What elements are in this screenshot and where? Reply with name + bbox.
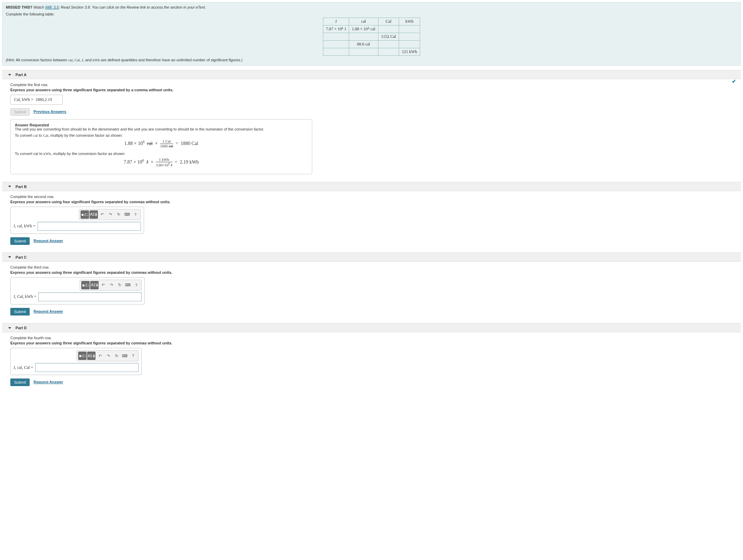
eq1-exp: 6 [143,140,144,144]
fb3b: kWh [43,152,51,156]
part-b-input-wrap: ■√□ ΑΣϕ ↶ ↷ ↻ ⌨ ? J, cal, kWh = [10,207,144,234]
equation-toolbar: ■√□ ΑΣϕ ↶ ↷ ↻ ⌨ ? [79,209,141,220]
part-b-instr: Complete the second row. [10,195,741,199]
hint-body-1: All conversion factors between [15,58,68,62]
part-b-boldinstr: Express your answers using four signific… [10,200,741,204]
reset-icon[interactable]: ↻ [113,352,120,360]
part-b-title: Part B [16,185,27,189]
fb3a: To convert cal to [15,152,43,156]
reset-icon[interactable]: ↻ [115,211,123,218]
greek-icon[interactable]: ΑΣϕ [90,210,98,219]
part-d-label: J, cal, Cal = [13,365,33,370]
templates-icon[interactable]: ■√□ [78,352,86,360]
help-icon[interactable]: ? [129,352,137,360]
fb3c: , multiply by the conversion factor as s… [51,152,125,156]
eq1-mid: × [155,141,158,146]
cell: 1152 Cal [378,33,399,41]
hint-body-2: are defined quantities and therefore hav… [100,58,242,62]
eq2-lhs: 7.87 × 10 [124,159,142,165]
feedback-line2: To convert cal to Cal, multiply by the c… [15,133,308,137]
part-d-input-wrap: ■√□ ΑΣϕ ↶ ↷ ↻ ⌨ ? J, cal, Cal = [10,348,142,375]
part-b-input[interactable] [38,222,141,231]
hint-units: cal, Cal, J, [68,58,84,62]
part-b-body: Complete the second row. Express your an… [0,191,743,248]
previous-answers-link[interactable]: Previous Answers [33,110,66,114]
missed-this-line: MISSED THIS? Watch IWE 3.5; Read Section… [6,5,737,9]
eq1-eq: = [175,141,178,146]
templates-icon[interactable]: ■√□ [81,281,90,289]
cell: 121 kWh [399,48,420,56]
part-a-boldinstr: Express your answers using three signifi… [10,88,741,92]
eq1-lhs: 1.88 × 10 [124,141,143,146]
complete-table-label: Complete the following table: [6,12,737,16]
part-a-instr: Complete the first row. [10,83,741,87]
caret-down-icon [8,327,11,329]
part-a-submit-button: Submit [10,108,30,116]
eq2-denexp: 6 [169,162,170,165]
undo-icon[interactable]: ↶ [99,211,106,218]
th-j: J [323,18,349,25]
part-d-header[interactable]: Part D [2,323,741,332]
th-cal: cal [349,18,378,25]
caret-down-icon [8,74,11,76]
greek-icon[interactable]: ΑΣϕ [87,352,95,360]
part-d-submit-button[interactable]: Submit [10,378,30,386]
part-b-request-answer-link[interactable]: Request Answer [33,239,63,243]
redo-icon[interactable]: ↷ [108,281,115,289]
part-b-submit-button[interactable]: Submit [10,237,30,245]
redo-icon[interactable]: ↷ [107,211,114,218]
missed-after: ; Read Section 3.8. You can click on the… [59,5,206,9]
check-icon: ✔ [732,79,736,84]
keyboard-icon[interactable]: ⌨ [124,281,132,289]
eq1-rhs: 1880 Cal [181,141,198,146]
feedback-title: Answer Requested [15,123,308,127]
part-d-boldinstr: Express your answers using three signifi… [10,341,741,345]
missed-prefix: MISSED THIS? [6,5,32,9]
eq1-u1: cal [147,141,152,146]
redo-icon[interactable]: ↷ [104,352,112,360]
part-c-input-wrap: ■√□ ΑΣϕ ↶ ↷ ↻ ⌨ ? J, Cal, kWh = [10,277,145,304]
cell [399,25,420,33]
iwe-link[interactable]: IWE 3.5 [45,5,59,9]
part-b-header[interactable]: Part B [2,182,741,191]
templates-icon[interactable]: ■√□ [81,210,89,219]
part-c-body: Complete the third row. Express your ans… [0,262,743,319]
undo-icon[interactable]: ↶ [99,281,107,289]
hint-prefix: (Hint: [6,58,15,62]
part-d-request-answer-link[interactable]: Request Answer [33,380,63,384]
eq1-num: 1 Cal [160,139,173,144]
part-c-label: J, Cal, kWh = [13,294,36,299]
fb2a: To convert [15,133,33,137]
eq2-denu: J [171,163,172,167]
undo-icon[interactable]: ↶ [96,352,104,360]
part-c-request-answer-link[interactable]: Request Answer [33,309,63,313]
help-icon[interactable]: ? [132,211,139,218]
greek-icon[interactable]: ΑΣϕ [90,281,99,289]
part-b-label: J, cal, kWh = [13,224,35,229]
part-a-header[interactable]: Part A ✔ [2,70,741,79]
equation-toolbar: ■√□ ΑΣϕ ↶ ↷ ↻ ⌨ ? [77,350,139,361]
part-c-submit-button[interactable]: Submit [10,308,30,315]
problem-intro-box: MISSED THIS? Watch IWE 3.5; Read Section… [2,2,741,66]
cell [349,48,378,56]
part-c-instr: Complete the third row. [10,265,741,269]
keyboard-icon[interactable]: ⌨ [121,352,129,360]
help-icon[interactable]: ? [132,281,140,289]
fb2e: , multiply by the conversion factor as s… [48,133,123,137]
table-row: 1152 Cal [323,33,420,41]
keyboard-icon[interactable]: ⌨ [123,211,131,218]
fb2b: cal [33,133,38,137]
table-row: 121 kWh [323,48,420,56]
part-c-input[interactable] [38,292,142,301]
hint-and: and [84,58,92,62]
cell [378,41,399,48]
energy-conversion-table: J cal Cal kWh 7.87 × 10⁶ J 1.88 × 10⁶ ca… [323,18,420,56]
cell [378,48,399,56]
part-a-label: Cal, kWh = [14,97,33,102]
part-d-input[interactable] [35,363,139,372]
eq2-rhs: 2.19 kWh [180,159,199,165]
reset-icon[interactable]: ↻ [116,281,123,289]
part-c-header[interactable]: Part C [2,252,741,262]
cell [399,33,420,41]
fb2c: to [38,133,43,137]
